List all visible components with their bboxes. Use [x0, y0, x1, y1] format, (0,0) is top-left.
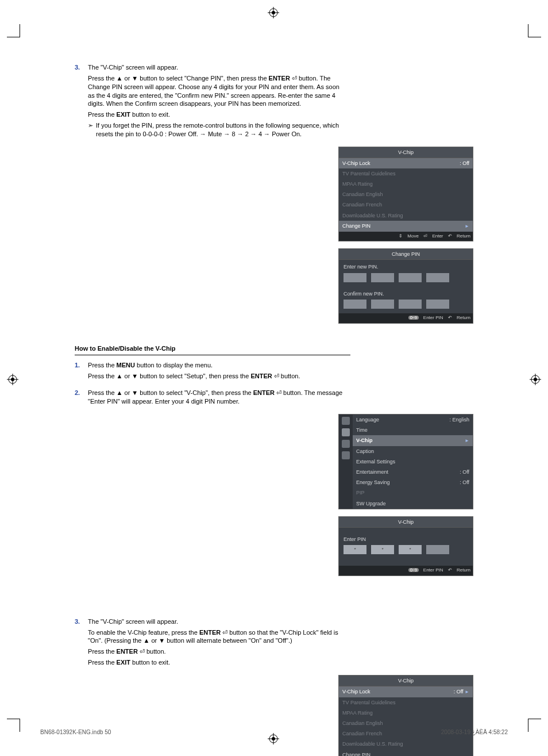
pin-input-row: * * *: [339, 544, 473, 566]
pin-digit[interactable]: [371, 300, 394, 309]
step-2: 2. Press the ▲ or ▼ button to select "V-…: [75, 389, 350, 408]
menu-item[interactable]: MPAA Rating: [339, 708, 473, 718]
registration-mark-icon: [268, 733, 279, 745]
svg-point-15: [534, 378, 537, 381]
pin-digit[interactable]: *: [344, 545, 366, 554]
gear-icon: [342, 428, 350, 436]
crop-mark: [7, 24, 20, 37]
registration-mark-icon: [530, 374, 541, 385]
menu-item[interactable]: TV Parental Guidelines: [339, 168, 473, 179]
osd-vchip-menu: V-Chip V-Chip Lock: OffTV Parental Guide…: [338, 147, 473, 242]
svg-point-7: [272, 737, 275, 740]
menu-item[interactable]: External Settings: [353, 456, 473, 467]
menu-item[interactable]: MPAA Rating: [339, 179, 473, 189]
pin-prompt: Enter PIN: [339, 528, 473, 544]
menu-item[interactable]: Caption: [353, 446, 473, 456]
pin-digit[interactable]: [344, 300, 366, 309]
menu-item[interactable]: TV Parental Guidelines: [339, 697, 473, 708]
pin-digit[interactable]: *: [371, 545, 394, 554]
pin-digit[interactable]: [344, 273, 366, 282]
menu-item[interactable]: Entertainment: Off: [353, 467, 473, 477]
menu-item[interactable]: Downloadable U.S. Rating: [339, 210, 473, 221]
osd-enter-pin: V-Chip Enter PIN * * * 0~9Enter PIN ↶ Re…: [338, 516, 473, 576]
pin-input-row: [339, 298, 473, 313]
pin-digit[interactable]: [426, 300, 449, 309]
menu-item[interactable]: V-Chip Lock: Off ►: [339, 686, 473, 697]
step-text: The "V-Chip" screen will appear.: [88, 617, 346, 626]
pin-digit[interactable]: [426, 273, 449, 282]
step-text: Press the ▲ or ▼ button to select "V-Chi…: [88, 389, 346, 406]
crop-mark: [7, 719, 20, 732]
osd-change-pin: Change PIN Enter new PIN. Confirm new PI…: [338, 248, 473, 323]
pin-prompt: Enter new PIN.: [339, 260, 473, 271]
footer-timestamp: 2008-03-19 ¿ÀÈÄ 4:58:22: [441, 729, 508, 735]
pin-digit[interactable]: [399, 300, 422, 309]
step-3b: 3. The "V-Chip" screen will appear. To e…: [75, 617, 350, 669]
step-text: Press the ENTER ⏎ button.: [88, 647, 346, 656]
pin-digit[interactable]: *: [399, 545, 422, 554]
osd-footer: 0~9Enter PIN ↶ Return: [339, 566, 473, 575]
svg-point-3: [272, 11, 275, 14]
menu-item[interactable]: Downloadable U.S. Rating: [339, 739, 473, 749]
step-number: 3.: [75, 617, 86, 626]
step-1: 1. Press the MENU button to display the …: [75, 361, 350, 383]
osd-setup-menu: Language: EnglishTimeV-Chip ►CaptionExte…: [338, 414, 473, 509]
step-number: 1.: [75, 361, 86, 370]
menu-item[interactable]: Change PIN ►: [339, 221, 473, 232]
menu-item[interactable]: Canadian French: [339, 199, 473, 210]
crop-mark: [528, 719, 541, 732]
step-text: Press the ▲ or ▼ button to select "Setup…: [88, 372, 346, 381]
step-text: The "V-Chip" screen will appear.: [88, 63, 346, 72]
pin-input-row: [339, 272, 473, 287]
pin-prompt: Confirm new PIN.: [339, 287, 473, 298]
menu-icon: [342, 440, 350, 448]
osd-title: V-Chip: [339, 517, 473, 528]
menu-item[interactable]: PIP: [353, 488, 473, 498]
crop-mark: [528, 24, 541, 37]
menu-item[interactable]: V-Chip ►: [353, 435, 473, 446]
menu-item[interactable]: Canadian English: [339, 189, 473, 199]
step-text: To enable the V-Chip feature, press the …: [88, 628, 346, 646]
menu-item[interactable]: Time: [353, 425, 473, 435]
step-text: Press the ▲ or ▼ button to select "Chang…: [88, 74, 346, 108]
step-number: 2.: [75, 389, 86, 397]
osd-title: V-Chip: [339, 676, 473, 686]
section-heading: How to Enable/Disable the V-Chip: [75, 344, 350, 356]
footer-filename: BN68-01392K-ENG.indb 50: [40, 729, 111, 735]
step-text: Press the EXIT button to exit.: [88, 658, 346, 667]
registration-mark-icon: [7, 374, 18, 385]
tip-text: If you forget the PIN, press the remote-…: [88, 121, 346, 139]
menu-item[interactable]: Change PIN: [339, 750, 473, 756]
pin-digit[interactable]: [426, 545, 449, 554]
menu-item[interactable]: Energy Saving: Off: [353, 477, 473, 488]
setup-sidebar: [339, 415, 353, 509]
manual-page: 3. The "V-Chip" screen will appear. Pres…: [0, 0, 548, 756]
svg-point-11: [11, 378, 14, 381]
osd-title: Change PIN: [339, 249, 473, 260]
pin-digit[interactable]: [399, 273, 422, 282]
osd-title: V-Chip: [339, 147, 473, 158]
osd-footer: ⇕ Move ⏎ Enter ↶ Return: [339, 232, 473, 241]
osd-footer: 0~9Enter PIN ↶ Return: [339, 313, 473, 323]
menu-icon: [342, 451, 350, 459]
menu-item[interactable]: V-Chip Lock: Off: [339, 158, 473, 168]
step-number: 3.: [75, 63, 86, 72]
step-text: Press the EXIT button to exit.: [88, 110, 346, 119]
menu-icon: [342, 417, 350, 425]
step-text: Press the MENU button to display the men…: [88, 361, 346, 370]
step-3a: 3. The "V-Chip" screen will appear. Pres…: [75, 63, 350, 141]
menu-item[interactable]: Language: English: [353, 415, 473, 425]
registration-mark-icon: [268, 7, 279, 18]
menu-item[interactable]: SW Upgrade: [353, 498, 473, 509]
pin-digit[interactable]: [371, 273, 394, 282]
menu-item[interactable]: Canadian English: [339, 718, 473, 728]
osd-vchip-menu: V-Chip V-Chip Lock: Off ►TV Parental Gui…: [338, 675, 473, 756]
